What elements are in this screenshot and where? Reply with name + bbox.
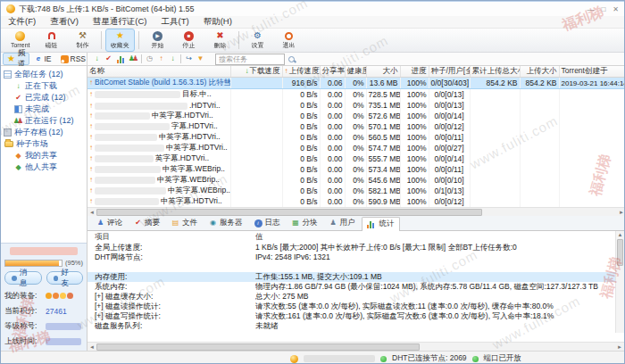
sidebar-item-我的共享[interactable]: ◆我的共享	[1, 150, 87, 161]
menu-item-查看(V)[interactable]: 查看(V)	[43, 16, 86, 28]
scroll-thumb[interactable]	[617, 239, 623, 266]
stats-vscrollbar[interactable]: ▲	[615, 231, 624, 333]
column-header-大小[interactable]: 大小	[366, 66, 400, 78]
clock-icon[interactable]: ◷	[146, 55, 154, 63]
toolbar-button-settings[interactable]: ⚙设置	[243, 29, 272, 52]
task-row[interactable]: ↑.HDTVri..0 B/s0.000%735.1 MB100%0/0[0/1…	[88, 100, 625, 111]
search-input[interactable]	[215, 54, 285, 65]
detail-tab-服务器[interactable]: ◉服务器	[204, 216, 248, 230]
passport-button-好友[interactable]: 好友	[46, 271, 84, 285]
scroll-thumb[interactable]	[96, 343, 420, 351]
toolbar-button-make[interactable]: ⚒制作	[68, 29, 97, 52]
toolbar-button-start[interactable]: ▶开始	[143, 29, 172, 52]
scroll-thumb[interactable]	[96, 209, 482, 216]
finished-filter-icon[interactable]: ✔	[104, 55, 112, 63]
maximize-button[interactable]: □	[601, 5, 605, 13]
sidebar-item-正在运行[interactable]: ♟♟正在运行 (12)	[1, 115, 87, 127]
sidebar-item-种子存档[interactable]: 种子存档 (12)	[1, 127, 87, 138]
detail-tab-分块[interactable]: ▦分块	[287, 216, 323, 230]
task-cell: 0/0[0/27]	[429, 143, 470, 153]
column-header-下载速度[interactable]: ↓下载速度	[230, 66, 282, 78]
scroll-up-icon[interactable]: ▲	[618, 231, 623, 239]
task-cell: 0%	[345, 196, 366, 207]
menu-item-工具(T)[interactable]: 工具(T)	[154, 16, 196, 28]
sidebar-item-未完成[interactable]: 未完成	[1, 103, 87, 115]
task-row[interactable]: ↑英字幕.HDTVri..0 B/s0.000%555.7 MB100%0/0[…	[88, 153, 625, 164]
column-header-分享率[interactable]: 分享率	[320, 66, 345, 78]
scroll-right-icon[interactable]: ►	[615, 344, 624, 350]
close-button[interactable]: ✕	[612, 5, 619, 13]
move-down-icon[interactable]: ↓	[169, 55, 177, 63]
column-header-健康度[interactable]: 健康度	[345, 66, 366, 78]
sidebar-tab-IE[interactable]: eIE	[31, 53, 55, 65]
toolbar-button-delete[interactable]: ✖删除	[205, 29, 235, 52]
task-table-header[interactable]: 名称↓下载速度↑上传速度分享率健康度大小进度种子/用户[全]累计上传总大小上传大…	[88, 66, 625, 78]
sidebar-item-全部任务[interactable]: 全部任务 (12)	[1, 69, 87, 80]
passport-button-消息[interactable]: 消息	[4, 271, 42, 285]
column-header-上传速度[interactable]: ↑上传速度	[282, 66, 320, 78]
task-row[interactable]: ↑BitComet Stable (build 1.56.3.15) 比特彗星全…	[88, 78, 625, 89]
detail-tab-统计[interactable]: 统计	[362, 217, 400, 231]
open-dir-icon[interactable]: ↪	[185, 55, 193, 63]
stat-row: 系统内存:物理内存:1.86 GB/7.94 GB (最小保留:1024 MB)…	[88, 282, 624, 292]
task-list-hscrollbar[interactable]: ◄ ►	[88, 207, 625, 216]
task-cell: 0.00	[320, 175, 345, 186]
column-header-种子/用户[全][interactable]: 种子/用户[全]	[429, 66, 470, 78]
scroll-left-icon[interactable]: ◄	[88, 344, 96, 350]
task-row[interactable]: ↑中英字幕.WEBrip..0 B/s0.000%545.6 MB100%0/0…	[88, 175, 625, 186]
menu-item-彗星通行证(C)[interactable]: 彗星通行证(C)	[86, 16, 154, 28]
peers-filter-icon[interactable]: ♟♟	[129, 55, 138, 63]
stats-hscrollbar[interactable]: ◄ ►	[88, 342, 624, 351]
task-created-cell	[559, 100, 625, 111]
chart-filter-icon[interactable]	[116, 54, 126, 64]
task-row[interactable]: ↑中英字幕.HDTVri..0 B/s0.000%572.6 MB100%0/0…	[88, 111, 625, 121]
search-icon[interactable]	[288, 56, 295, 62]
sidebar-tab-strip: ★频道eIERSS	[1, 53, 88, 65]
toolbar-button-stop[interactable]: ■停止	[174, 29, 204, 52]
sidebar-item-种子市场[interactable]: 种子市场	[1, 138, 87, 150]
move-up-icon[interactable]: ↑	[157, 55, 165, 63]
task-cell: 728.5 MB	[366, 89, 400, 101]
menu-item-帮助(H)[interactable]: 帮助(H)	[196, 16, 239, 28]
toolbar-button-exit[interactable]: 退出	[274, 29, 304, 52]
scroll-right-icon[interactable]: ►	[617, 210, 625, 215]
toolbar-button-favorites[interactable]: ★收藏夹	[105, 29, 135, 52]
task-row[interactable]: ↑中英字幕.WEBrip..0 B/s0.000%573.4 MB100%0/0…	[88, 164, 625, 175]
download-filter-icon[interactable]: ↓	[93, 55, 101, 63]
scroll-left-icon[interactable]: ◄	[88, 210, 96, 215]
sidebar-item-已完成[interactable]: ✔已完成 (12)	[1, 92, 87, 103]
task-row[interactable]: ↑中英字幕.HDTVri..0 B/s0.000%590.9 MB100%0/0…	[88, 196, 625, 207]
sidebar-tab-频道[interactable]: ★频道	[3, 53, 29, 65]
task-cell	[470, 186, 520, 196]
menu-item-文件(F)[interactable]: 文件(F)	[1, 16, 43, 28]
detail-tab-摘要[interactable]: ✔摘要	[129, 216, 165, 230]
minimize-button[interactable]: —	[587, 5, 594, 13]
task-row[interactable]: ↑中英字幕.HDTVri..0 B/s0.000%574.7 MB100%0/0…	[88, 143, 625, 153]
task-row[interactable]: ↑目标.中..0 B/s0.000%728.5 MB100%0/0[0/13]	[88, 89, 625, 101]
column-header-名称[interactable]: 名称	[88, 66, 230, 78]
task-row[interactable]: ↑中英字幕.HDTVri..0 B/s0.000%560.5 MB100%0/0…	[88, 132, 625, 143]
sidebar-item-他人共享[interactable]: ◆他人共享	[1, 161, 87, 173]
task-cell: 916 B/s	[282, 78, 320, 89]
detail-tab-评论[interactable]: ♟评论	[91, 216, 128, 230]
column-header-进度[interactable]: 进度	[400, 66, 429, 78]
detail-tab-用户[interactable]: ♟用户	[324, 216, 361, 230]
toolbar-button-torrent[interactable]: Torrent	[5, 29, 35, 52]
task-row[interactable]: ↑字幕.HDTVri..0 B/s0.000%570.1 MB100%0/0[0…	[88, 121, 625, 132]
detail-tab-文件[interactable]: ▤文件	[166, 216, 203, 230]
port-status-icon	[472, 356, 479, 362]
column-header-Torrent创建于[interactable]: Torrent创建于	[559, 66, 625, 78]
column-header-上传大小[interactable]: 上传大小	[520, 66, 559, 78]
detail-tab-label: 用户	[340, 218, 355, 228]
task-row[interactable]: ↑中英字幕.WEBrip..0 B/s0.000%582.1 MB100%0/1…	[88, 186, 625, 196]
sidebar-item-正在下载[interactable]: ↓正在下载	[1, 80, 87, 92]
task-cell	[470, 121, 520, 132]
task-cell: 560.5 MB	[366, 132, 400, 143]
funnel-icon[interactable]: ▼	[196, 55, 204, 63]
log-icon: i	[254, 219, 262, 228]
sidebar-tab-RSS[interactable]: RSS	[57, 53, 89, 65]
toolbar-separator	[101, 31, 102, 49]
column-header-累计上传总大小[interactable]: 累计上传总大小	[470, 66, 520, 78]
detail-tab-日志[interactable]: i日志	[249, 216, 286, 230]
toolbar-button-magnet[interactable]: 磁链	[37, 29, 66, 52]
